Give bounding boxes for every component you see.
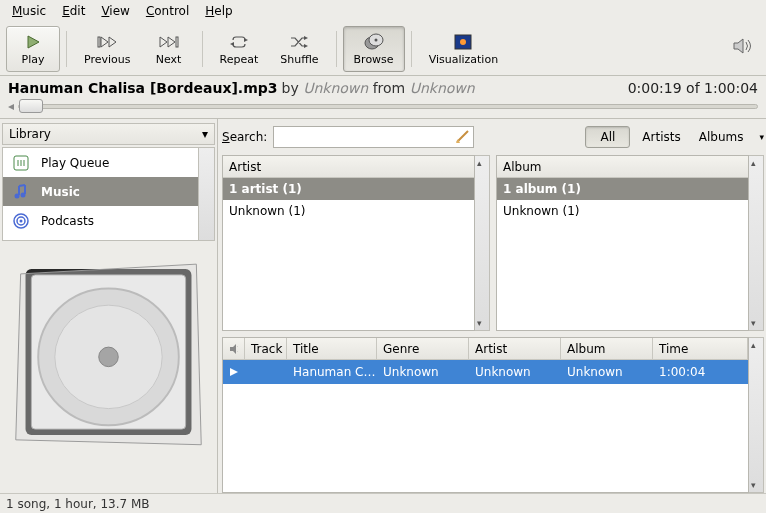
playing-column-header[interactable]: [223, 338, 245, 359]
browser-panes: Artist 1 artist (1) Unknown (1) ▴▾ Album…: [222, 155, 764, 331]
filter-all-button[interactable]: All: [585, 126, 630, 148]
svg-marker-5: [168, 37, 175, 47]
visualization-icon: [454, 32, 472, 52]
repeat-button[interactable]: Repeat: [209, 26, 270, 72]
menu-view[interactable]: View: [93, 2, 137, 20]
sidebar-item-label: Podcasts: [41, 214, 94, 228]
scrollbar[interactable]: ▴▾: [749, 337, 764, 493]
track-genre-cell: Unknown: [377, 360, 469, 384]
filter-artists-button[interactable]: Artists: [636, 127, 686, 147]
slider-thumb[interactable]: [19, 99, 43, 113]
menu-control[interactable]: Control: [138, 2, 197, 20]
track-time-cell: 1:00:04: [653, 360, 748, 384]
svg-marker-29: [230, 344, 236, 354]
status-bar: 1 song, 1 hour, 13.7 MB: [0, 493, 766, 513]
svg-rect-6: [176, 37, 178, 47]
album-art: [0, 241, 217, 493]
scrollbar[interactable]: ▴▾: [749, 155, 764, 331]
album-column-header[interactable]: Album: [497, 156, 748, 178]
visualization-button[interactable]: Visualization: [418, 26, 509, 72]
previous-label: Previous: [84, 53, 131, 66]
clear-search-icon[interactable]: [454, 129, 470, 145]
genre-column-header[interactable]: Genre: [377, 338, 469, 359]
library-header-label: Library: [9, 127, 51, 141]
track-column-header[interactable]: Track: [245, 338, 287, 359]
previous-button[interactable]: Previous: [73, 26, 142, 72]
menu-help[interactable]: Help: [197, 2, 240, 20]
search-row: Search: All Artists Albums ▾: [222, 123, 764, 151]
sidebar-item-label: Play Queue: [41, 156, 109, 170]
search-label: Search:: [222, 130, 267, 144]
play-label: Play: [22, 53, 45, 66]
svg-marker-2: [101, 37, 108, 47]
play-icon: [25, 32, 41, 52]
search-input[interactable]: [273, 126, 474, 148]
album-summary-row[interactable]: 1 album (1): [497, 178, 748, 200]
toolbar: Play Previous Next Repeat Shuffle Browse: [0, 22, 766, 76]
rewind-icon[interactable]: ◂: [8, 99, 14, 113]
svg-point-19: [21, 192, 26, 197]
podcasts-icon: [11, 211, 31, 231]
scrollbar[interactable]: [198, 148, 214, 240]
album-pane: Album 1 album (1) Unknown (1): [496, 155, 749, 331]
title-column-header[interactable]: Title: [287, 338, 377, 359]
svg-marker-16: [734, 39, 743, 53]
left-column: Library ▾ Play Queue Music Podcasts: [0, 119, 218, 493]
time-column-header[interactable]: Time: [653, 338, 748, 359]
svg-marker-30: [230, 368, 238, 376]
svg-marker-7: [244, 38, 248, 42]
toolbar-separator: [66, 31, 67, 67]
svg-marker-9: [304, 36, 308, 40]
shuffle-label: Shuffle: [280, 53, 318, 66]
filter-albums-button[interactable]: Albums: [693, 127, 750, 147]
source-list: Play Queue Music Podcasts: [2, 147, 215, 241]
speaker-icon: [229, 343, 238, 355]
play-button[interactable]: Play: [6, 26, 60, 72]
artist-column-header[interactable]: Artist: [469, 338, 561, 359]
main-area: Library ▾ Play Queue Music Podcasts: [0, 119, 766, 493]
play-icon: [229, 367, 239, 377]
sidebar-item-play-queue[interactable]: Play Queue: [3, 148, 214, 177]
next-button[interactable]: Next: [142, 26, 196, 72]
time-display: 0:00:19 of 1:00:04: [628, 80, 758, 96]
svg-point-13: [374, 38, 377, 41]
artist-summary-row[interactable]: 1 artist (1): [223, 178, 474, 200]
sidebar-item-label: Music: [41, 185, 80, 199]
artist-row[interactable]: Unknown (1): [223, 200, 474, 222]
album-row[interactable]: Unknown (1): [497, 200, 748, 222]
artist-column-header[interactable]: Artist: [223, 156, 474, 178]
toolbar-separator: [202, 31, 203, 67]
svg-marker-10: [304, 44, 308, 48]
track-album-cell: Unknown: [561, 360, 653, 384]
next-label: Next: [156, 53, 182, 66]
toolbar-separator: [336, 31, 337, 67]
svg-point-18: [15, 193, 20, 198]
music-icon: [11, 182, 31, 202]
now-playing-row: Hanuman Chalisa [Bordeaux].mp3 by Unknow…: [0, 76, 766, 98]
sidebar-item-music[interactable]: Music: [3, 177, 214, 206]
track-row[interactable]: Hanuman C… Unknown Unknown Unknown 1:00:…: [223, 360, 748, 384]
browse-button[interactable]: Browse: [343, 26, 405, 72]
song-meta: by Unknown from Unknown: [282, 80, 475, 96]
menu-music[interactable]: Music: [4, 2, 54, 20]
album-column-header[interactable]: Album: [561, 338, 653, 359]
menu-edit[interactable]: Edit: [54, 2, 93, 20]
scrollbar[interactable]: ▴▾: [475, 155, 490, 331]
track-number-cell: [245, 360, 287, 384]
volume-icon[interactable]: [732, 36, 754, 59]
repeat-label: Repeat: [220, 53, 259, 66]
shuffle-icon: [290, 32, 308, 52]
previous-icon: [97, 32, 117, 52]
sidebar-item-podcasts[interactable]: Podcasts: [3, 206, 214, 235]
visualization-label: Visualization: [429, 53, 498, 66]
progress-slider[interactable]: [18, 104, 758, 109]
menu-bar: Music Edit View Control Help: [0, 0, 766, 22]
chevron-down-icon[interactable]: ▾: [759, 132, 764, 142]
library-header[interactable]: Library ▾: [2, 123, 215, 145]
shuffle-button[interactable]: Shuffle: [269, 26, 329, 72]
svg-marker-0: [28, 36, 39, 48]
now-playing-indicator: [223, 360, 245, 384]
svg-marker-8: [230, 42, 234, 46]
toolbar-separator: [411, 31, 412, 67]
browse-label: Browse: [354, 53, 394, 66]
